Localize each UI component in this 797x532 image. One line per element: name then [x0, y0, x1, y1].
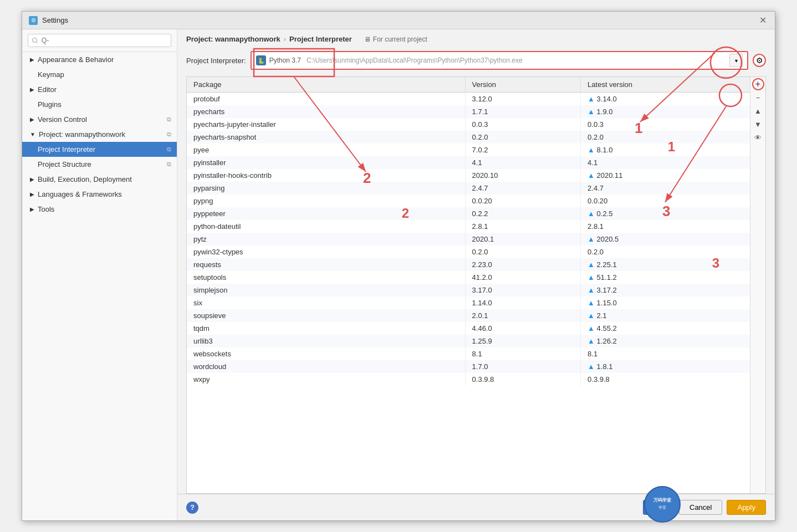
- chevron-icon: ▶: [30, 116, 34, 122]
- interpreter-selector[interactable]: 🐍 Python 3.7 C:\Users\sunming\AppData\Lo…: [251, 51, 748, 70]
- remove-package-button[interactable]: −: [752, 91, 764, 104]
- table-row[interactable]: simplejson3.17.0▲ 3.17.2: [187, 284, 750, 296]
- package-latest: ▲ 0.2.5: [581, 207, 750, 220]
- main-content: Project: wanmapythonwork › Project Inter…: [177, 29, 775, 520]
- cancel-button[interactable]: Cancel: [679, 500, 722, 515]
- package-name: pyinstaller-hooks-contrib: [187, 169, 465, 182]
- package-latest: 2.4.7: [581, 182, 750, 195]
- table-row[interactable]: tqdm4.46.0▲ 4.55.2: [187, 322, 750, 335]
- interpreter-gear-button[interactable]: ⚙: [753, 54, 766, 67]
- scroll-up-button[interactable]: ▲: [752, 105, 764, 117]
- add-package-button[interactable]: +: [752, 78, 764, 90]
- package-latest: 2.8.1: [581, 220, 750, 233]
- sidebar-item-label: Project Interpreter: [38, 145, 95, 154]
- package-latest: ▲ 3.14.0: [581, 93, 750, 106]
- table-area: Package Version Latest version protobuf3…: [187, 77, 765, 493]
- interpreter-dropdown-button[interactable]: ▾: [729, 54, 743, 67]
- sidebar-item-appearance[interactable]: ▶ Appearance & Behavior: [22, 52, 177, 67]
- table-row[interactable]: setuptools41.2.0▲ 51.1.2: [187, 271, 750, 284]
- package-name: urllib3: [187, 335, 465, 347]
- package-version: 0.3.9.8: [465, 373, 581, 386]
- table-row[interactable]: websockets8.18.1: [187, 347, 750, 360]
- package-version: 4.46.0: [465, 322, 581, 335]
- package-version: 2020.1: [465, 233, 581, 245]
- package-latest: 8.1: [581, 347, 750, 360]
- table-header-row: Package Version Latest version: [187, 77, 750, 93]
- table-row[interactable]: pyecharts-jupyter-installer0.0.30.0.3: [187, 118, 750, 131]
- package-version: 0.2.0: [465, 245, 581, 258]
- table-row[interactable]: pyinstaller-hooks-contrib2020.10▲ 2020.1…: [187, 169, 750, 182]
- table-row[interactable]: pyecharts-snapshot0.2.00.2.0: [187, 131, 750, 144]
- sidebar-item-build[interactable]: ▶ Build, Execution, Deployment: [22, 172, 177, 187]
- table-row[interactable]: protobuf3.12.0▲ 3.14.0: [187, 93, 750, 106]
- package-name: pyecharts: [187, 105, 465, 118]
- sidebar-item-editor[interactable]: ▶ Editor: [22, 82, 177, 97]
- table-row[interactable]: pyecharts1.7.1▲ 1.9.0: [187, 105, 750, 118]
- table-side-buttons: + − ▲ ▼ 👁: [750, 77, 765, 493]
- package-version: 2020.10: [465, 169, 581, 182]
- chevron-icon: ▶: [30, 191, 34, 197]
- search-input[interactable]: [28, 34, 171, 47]
- chevron-icon: ▶: [30, 86, 34, 93]
- python-icon: 🐍: [256, 55, 266, 65]
- package-name: simplejson: [187, 284, 465, 296]
- chevron-icon: ▶: [30, 176, 34, 182]
- sidebar-item-label: Tools: [38, 205, 54, 213]
- dialog-title: Settings: [42, 16, 68, 24]
- package-name: pywin32-ctypes: [187, 245, 465, 258]
- sidebar-item-version-control[interactable]: ▶ Version Control ⧉: [22, 112, 177, 127]
- table-row[interactable]: python-dateutil2.8.12.8.1: [187, 220, 750, 233]
- package-latest: ▲ 1.15.0: [581, 296, 750, 309]
- table-scroll[interactable]: Package Version Latest version protobuf3…: [187, 77, 750, 493]
- sidebar-item-project-interpreter[interactable]: Project Interpreter ⧉: [22, 142, 177, 157]
- sidebar-item-project[interactable]: ▼ Project: wanmapythonwork ⧉: [22, 127, 177, 142]
- package-name: soupsieve: [187, 309, 465, 322]
- table-row[interactable]: pyee7.0.2▲ 8.1.0: [187, 144, 750, 156]
- eye-button[interactable]: 👁: [752, 131, 764, 144]
- table-row[interactable]: pyppeteer0.2.2▲ 0.2.5: [187, 207, 750, 220]
- sidebar-item-label: Project: wanmapythonwork: [39, 130, 125, 139]
- package-name: wxpy: [187, 373, 465, 386]
- help-button[interactable]: ?: [186, 502, 198, 514]
- sidebar-item-project-structure[interactable]: Project Structure ⧉: [22, 157, 177, 172]
- monitor-icon: 🖥: [364, 35, 371, 43]
- table-row[interactable]: wordcloud1.7.0▲ 1.8.1: [187, 360, 750, 373]
- table-row[interactable]: soupsieve2.0.1▲ 2.1: [187, 309, 750, 322]
- package-latest: ▲ 4.55.2: [581, 322, 750, 335]
- breadcrumb-separator: ›: [284, 35, 286, 43]
- package-name: pytz: [187, 233, 465, 245]
- apply-button[interactable]: Apply: [727, 500, 766, 515]
- table-row[interactable]: urllib31.25.9▲ 1.26.2: [187, 335, 750, 347]
- package-name: tqdm: [187, 322, 465, 335]
- col-version[interactable]: Version: [465, 77, 581, 93]
- package-latest: 0.2.0: [581, 131, 750, 144]
- dialog-body: ▶ Appearance & Behavior Keymap ▶ Editor …: [22, 29, 775, 520]
- sidebar-item-plugins[interactable]: Plugins: [22, 97, 177, 112]
- copy-icon: ⧉: [167, 161, 171, 168]
- table-row[interactable]: pyparsing2.4.72.4.7: [187, 182, 750, 195]
- sidebar-item-languages[interactable]: ▶ Languages & Frameworks: [22, 187, 177, 202]
- interpreter-name: Python 3.7 C:\Users\sunming\AppData\Loca…: [269, 57, 726, 64]
- package-name: websockets: [187, 347, 465, 360]
- table-row[interactable]: pywin32-ctypes0.2.00.2.0: [187, 245, 750, 258]
- package-version: 1.14.0: [465, 296, 581, 309]
- table-row[interactable]: six1.14.0▲ 1.15.0: [187, 296, 750, 309]
- col-latest[interactable]: Latest version: [581, 77, 750, 93]
- table-row[interactable]: pyinstaller4.14.1: [187, 156, 750, 169]
- col-package[interactable]: Package: [187, 77, 465, 93]
- ok-button[interactable]: OK: [643, 500, 675, 515]
- scroll-down-button[interactable]: ▼: [752, 118, 764, 130]
- packages-table-wrapper: Package Version Latest version protobuf3…: [186, 76, 766, 494]
- table-row[interactable]: pytz2020.1▲ 2020.5: [187, 233, 750, 245]
- table-row[interactable]: requests2.23.0▲ 2.25.1: [187, 258, 750, 271]
- package-name: python-dateutil: [187, 220, 465, 233]
- sidebar-search-area: [22, 29, 177, 52]
- sidebar-item-tools[interactable]: ▶ Tools: [22, 202, 177, 217]
- breadcrumb: Project: wanmapythonwork › Project Inter…: [177, 29, 775, 48]
- sidebar-item-keymap[interactable]: Keymap: [22, 67, 177, 82]
- package-name: pyparsing: [187, 182, 465, 195]
- close-button[interactable]: ✕: [757, 15, 768, 26]
- title-bar: ⚙ Settings ✕: [22, 12, 775, 29]
- table-row[interactable]: wxpy0.3.9.80.3.9.8: [187, 373, 750, 386]
- table-row[interactable]: pypng0.0.200.0.20: [187, 195, 750, 207]
